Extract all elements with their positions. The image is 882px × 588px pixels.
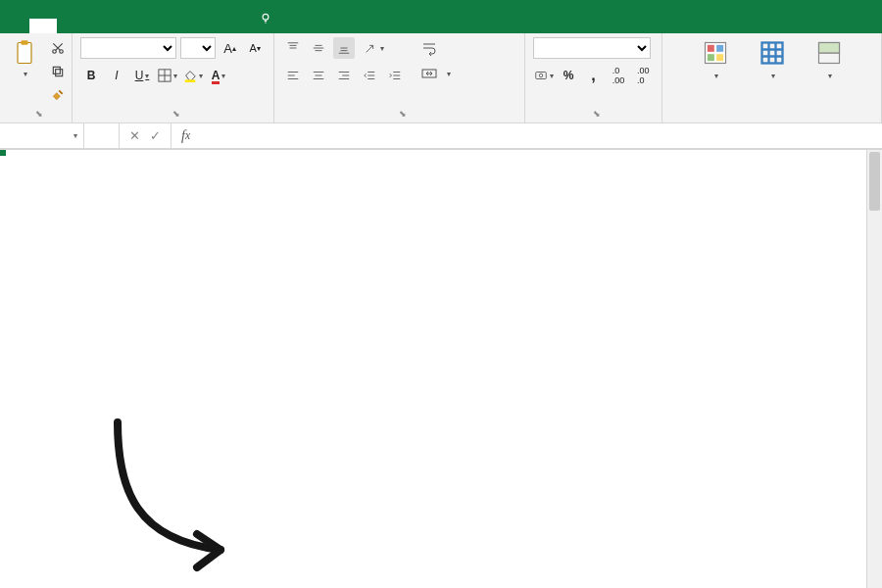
svg-rect-19	[818, 43, 839, 54]
format-painter-button[interactable]	[47, 84, 69, 106]
conditional-formatting-label: ▾	[712, 69, 718, 81]
font-size-select[interactable]	[180, 37, 215, 59]
svg-rect-2	[22, 40, 28, 45]
align-middle-icon	[312, 41, 325, 55]
scrollbar-thumb[interactable]	[869, 152, 880, 211]
tab-review[interactable]	[167, 19, 194, 33]
alignment-dialog-launcher[interactable]: ⬊	[399, 109, 407, 119]
font-color-button[interactable]: A▾	[208, 65, 229, 86]
group-number: ▾ % , .0.00 .00.0 ⬊	[525, 33, 662, 122]
format-as-table-label: ▾	[769, 69, 775, 81]
group-font: A▴ A▾ B I U▾ ▾ ▾ A▾ ⬊	[73, 33, 274, 122]
number-dialog-launcher[interactable]: ⬊	[593, 109, 601, 119]
align-bottom-icon	[337, 41, 351, 55]
increase-decimal-button[interactable]: .0.00	[608, 65, 628, 86]
scissors-icon	[51, 41, 65, 55]
svg-point-0	[263, 14, 269, 20]
tab-home[interactable]	[29, 19, 57, 33]
worksheet-grid[interactable]	[0, 149, 882, 588]
tab-data[interactable]	[139, 19, 167, 33]
borders-button[interactable]: ▾	[157, 65, 178, 86]
arrow-icon	[98, 413, 255, 588]
enter-formula-button[interactable]: ✓	[150, 128, 161, 143]
svg-rect-17	[761, 43, 782, 64]
svg-rect-13	[707, 45, 713, 52]
align-top-icon	[286, 41, 300, 55]
name-box-dropdown[interactable]: ▾	[74, 131, 77, 140]
menu-tabs	[0, 0, 882, 33]
italic-button[interactable]: I	[106, 65, 127, 86]
lightbulb-icon	[259, 12, 272, 25]
underline-button[interactable]: U▾	[131, 65, 153, 86]
bold-button[interactable]: B	[80, 65, 102, 86]
wrap-text-button[interactable]	[416, 37, 457, 59]
tell-me[interactable]	[259, 5, 280, 33]
selection-outline	[0, 150, 4, 154]
align-middle-button[interactable]	[308, 37, 329, 59]
font-dialog-launcher[interactable]: ⬊	[172, 109, 180, 119]
cancel-formula-button[interactable]: ✕	[129, 128, 140, 143]
orientation-button[interactable]: ▾	[359, 37, 388, 59]
increase-indent-button[interactable]	[384, 65, 406, 86]
outdent-icon	[363, 69, 376, 82]
decrease-indent-button[interactable]	[359, 65, 380, 86]
tab-formulas[interactable]	[112, 19, 139, 33]
formula-bar: ▾ ✕ ✓ fx	[0, 123, 882, 149]
tab-insert[interactable]	[57, 19, 84, 33]
tab-page-layout[interactable]	[84, 19, 112, 33]
wrap-icon	[421, 40, 437, 56]
fill-handle[interactable]	[0, 150, 6, 156]
svg-rect-8	[185, 79, 196, 82]
number-format-select[interactable]	[533, 37, 651, 59]
group-styles: ▾ ▾ ▾	[662, 33, 882, 122]
comma-button[interactable]: ,	[583, 65, 604, 86]
conditional-format-icon	[702, 39, 729, 67]
svg-rect-14	[716, 45, 723, 52]
increase-font-button[interactable]: A▴	[220, 37, 241, 59]
percent-button[interactable]: %	[558, 65, 578, 86]
clipboard-dialog-launcher[interactable]: ⬊	[35, 109, 43, 119]
name-box[interactable]: ▾	[0, 123, 84, 148]
copy-icon	[51, 65, 65, 78]
orientation-icon	[363, 41, 378, 55]
vertical-scrollbar[interactable]	[866, 150, 882, 588]
align-center-button[interactable]	[308, 65, 329, 86]
brush-icon	[51, 88, 65, 102]
font-name-select[interactable]	[80, 37, 176, 59]
merge-center-button[interactable]: ▾	[416, 63, 457, 84]
format-as-table-button[interactable]: ▾	[745, 37, 800, 83]
tab-file[interactable]	[2, 19, 29, 33]
align-right-button[interactable]	[333, 65, 355, 86]
group-clipboard: ▾ ⬊	[0, 33, 73, 122]
paste-icon	[11, 39, 38, 67]
svg-point-11	[539, 74, 543, 77]
align-right-icon	[337, 69, 351, 82]
svg-rect-16	[716, 54, 723, 61]
align-bottom-button[interactable]	[333, 37, 355, 59]
align-left-icon	[286, 69, 300, 82]
name-box-input[interactable]	[4, 129, 63, 143]
cut-button[interactable]	[47, 37, 69, 59]
tab-view[interactable]	[194, 19, 221, 33]
decrease-decimal-button[interactable]: .00.0	[633, 65, 654, 86]
conditional-formatting-button[interactable]: ▾	[688, 37, 743, 83]
cell-styles-icon	[815, 39, 843, 67]
svg-rect-6	[53, 67, 60, 74]
svg-rect-5	[56, 70, 63, 76]
fx-label[interactable]: fx	[172, 123, 200, 148]
align-top-button[interactable]	[282, 37, 304, 59]
accounting-format-button[interactable]: ▾	[533, 65, 554, 86]
copy-button[interactable]	[47, 61, 69, 82]
cell-styles-button[interactable]: ▾	[802, 37, 857, 83]
formula-input[interactable]	[208, 129, 874, 143]
merge-icon	[421, 66, 437, 81]
tab-help[interactable]	[221, 19, 249, 33]
currency-icon	[534, 69, 548, 82]
svg-rect-10	[535, 73, 546, 79]
fill-color-button[interactable]: ▾	[182, 65, 204, 86]
ribbon: ▾ ⬊ A▴ A▾ B I U▾ ▾ ▾ A▾	[0, 33, 882, 123]
decrease-font-button[interactable]: A▾	[244, 37, 266, 59]
paste-button[interactable]: ▾	[8, 37, 41, 81]
svg-rect-15	[707, 54, 713, 61]
align-left-button[interactable]	[282, 65, 304, 86]
